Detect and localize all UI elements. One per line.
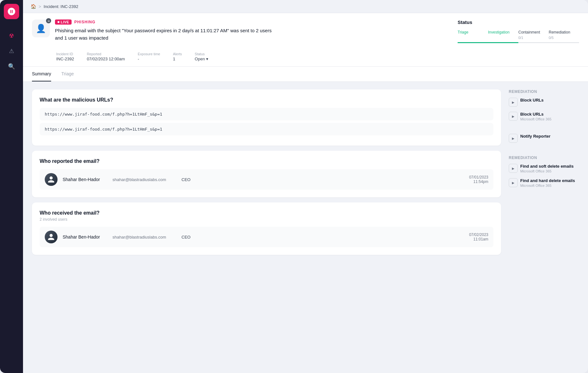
hard-delete-label: Find and hard delete emails bbox=[520, 178, 575, 183]
block-urls-item-1: ▶ Block URLs bbox=[509, 98, 579, 107]
incident-badges: LIVE PHISHING bbox=[55, 19, 451, 25]
meta-incident-id: Incident ID INC-2392 bbox=[56, 52, 74, 61]
soft-delete-sub: Microsoft Office 365 bbox=[520, 169, 574, 173]
receiver-avatar bbox=[45, 231, 58, 243]
exposure-label: Exposure time bbox=[138, 52, 160, 56]
home-icon[interactable]: 🏠 bbox=[31, 4, 36, 9]
block-urls-text-1: Block URLs bbox=[520, 98, 544, 103]
reporter-email: shahar@blastradiuslabs.com bbox=[112, 177, 176, 182]
incident-info: LIVE PHISHING Phishing email with the su… bbox=[55, 19, 451, 42]
urls-remediation-title: Remediation bbox=[509, 89, 579, 94]
url-item-1: https://www.jiraf-food.com/f.php?h=1LtHm… bbox=[40, 108, 493, 120]
receivers-remediation-title: Remediation bbox=[509, 156, 579, 160]
meta-reported: Reported 07/02/2023 12:00am bbox=[87, 52, 125, 61]
receivers-card: Who received the email? 2 involved users… bbox=[32, 202, 501, 255]
reporter-remediation: ▶ Notify Reporter bbox=[509, 134, 579, 148]
notify-reporter-play[interactable]: ▶ bbox=[509, 134, 518, 143]
containment-step-count: 0/1 bbox=[518, 36, 523, 40]
main-content: 🏠 > Incident: INC-2392 👤 ☠ LIVE PHISHING… bbox=[23, 0, 588, 373]
status-step-containment: Containment 0/1 bbox=[518, 30, 549, 43]
content-area: What are the malicious URLs? https://www… bbox=[23, 82, 588, 373]
notify-reporter-label: Notify Reporter bbox=[520, 134, 551, 139]
topnav: 🏠 > Incident: INC-2392 bbox=[23, 0, 588, 13]
meta-exposure: Exposure time - bbox=[138, 52, 160, 61]
receiver-name: Shahar Ben-Hador bbox=[63, 234, 107, 240]
urls-card-title: What are the malicious URLs? bbox=[40, 97, 493, 103]
status-step-investigation: Investigation bbox=[488, 30, 518, 43]
reported-label: Reported bbox=[87, 52, 125, 56]
investigation-step-name: Investigation bbox=[488, 30, 509, 34]
block-urls-sub-2: Microsoft Office 365 bbox=[520, 117, 552, 121]
hard-delete-item: ▶ Find and hard delete emails Microsoft … bbox=[509, 178, 579, 187]
receiver-avatar-img bbox=[45, 231, 58, 243]
hard-delete-sub: Microsoft Office 365 bbox=[520, 184, 575, 187]
reporter-avatar-img bbox=[45, 173, 58, 186]
meta-status: Status Open ▾ bbox=[195, 52, 208, 61]
status-step-remediation: Remediation 0/5 bbox=[549, 30, 579, 43]
block-urls-play-2[interactable]: ▶ bbox=[509, 112, 518, 121]
urls-remediation: Remediation ▶ Block URLs ▶ Block URLs Mi… bbox=[509, 89, 579, 126]
status-tracker: Status Triage Investigation Containment … bbox=[458, 19, 579, 43]
receiver-user-row: Shahar Ben-Hador shahar@blastradiuslabs.… bbox=[40, 227, 493, 247]
reporter-card: Who reported the email? Shahar Ben-Hador… bbox=[32, 151, 501, 197]
receiver-role: CEO bbox=[182, 235, 201, 240]
live-badge: LIVE bbox=[55, 19, 72, 25]
sidebar: ☢ ⚠ 🔍 bbox=[0, 0, 23, 373]
soft-delete-item: ▶ Find and soft delete emails Microsoft … bbox=[509, 164, 579, 173]
status-dropdown[interactable]: Open ▾ bbox=[195, 57, 208, 61]
status-steps: Triage Investigation Containment 0/1 Rem… bbox=[458, 30, 579, 43]
meta-alerts: Alerts 1 bbox=[173, 52, 182, 61]
triage-step-name: Triage bbox=[458, 30, 468, 34]
type-badge: PHISHING bbox=[74, 20, 95, 24]
remediation-step-count: 0/5 bbox=[549, 36, 553, 40]
search-icon: 🔍 bbox=[8, 63, 15, 70]
receiver-time: 07/02/202311:01am bbox=[469, 232, 488, 241]
soft-delete-play[interactable]: ▶ bbox=[509, 164, 518, 173]
containment-step-name: Containment bbox=[518, 30, 540, 34]
status-step-triage: Triage bbox=[458, 30, 488, 43]
incident-title: Phishing email with the subject "Your pa… bbox=[55, 27, 279, 42]
alerts-label: Alerts bbox=[173, 52, 182, 56]
sidebar-item-alerts[interactable]: ⚠ bbox=[5, 45, 18, 57]
content-main: What are the malicious URLs? https://www… bbox=[32, 89, 501, 365]
incident-meta: Incident ID INC-2392 Reported 07/02/2023… bbox=[56, 48, 579, 66]
url-item-2: https://www.jiraf-food.com/f.php?h=1LtHm… bbox=[40, 123, 493, 135]
person-icon: 👤 bbox=[36, 24, 46, 34]
exposure-value: - bbox=[138, 57, 160, 61]
breadcrumb-separator: > bbox=[39, 4, 41, 9]
tabs: Summary Triage bbox=[23, 67, 588, 82]
warning-icon: ⚠ bbox=[9, 48, 14, 55]
notify-reporter-item: ▶ Notify Reporter bbox=[509, 134, 579, 143]
radiation-icon: ☢ bbox=[9, 32, 14, 39]
status-value: Open bbox=[195, 57, 205, 61]
receiver-email: shahar@blastradiuslabs.com bbox=[112, 235, 176, 240]
reporter-time: 07/01/202311:54pm bbox=[469, 175, 488, 184]
reporter-role: CEO bbox=[182, 177, 201, 182]
tab-summary[interactable]: Summary bbox=[32, 67, 51, 81]
incident-header: 👤 ☠ LIVE PHISHING Phishing email with th… bbox=[23, 13, 588, 67]
block-urls-play-1[interactable]: ▶ bbox=[509, 98, 518, 107]
reported-value: 07/02/2023 12:00am bbox=[87, 57, 125, 61]
status-label: Status bbox=[195, 52, 208, 56]
soft-delete-label: Find and soft delete emails bbox=[520, 164, 574, 169]
reporter-card-title: Who reported the email? bbox=[40, 158, 493, 164]
remediation-step-name: Remediation bbox=[549, 30, 570, 34]
block-urls-item-2: ▶ Block URLs Microsoft Office 365 bbox=[509, 112, 579, 121]
soft-delete-text: Find and soft delete emails Microsoft Of… bbox=[520, 164, 574, 173]
sidebar-item-search[interactable]: 🔍 bbox=[5, 60, 18, 73]
breadcrumb-current: Incident: INC-2392 bbox=[44, 4, 78, 9]
block-urls-text-2: Block URLs Microsoft Office 365 bbox=[520, 112, 552, 121]
skull-badge: ☠ bbox=[46, 18, 51, 23]
reporter-avatar bbox=[45, 173, 58, 186]
block-urls-label-2: Block URLs bbox=[520, 112, 552, 117]
tab-triage[interactable]: Triage bbox=[61, 67, 74, 81]
alerts-value: 1 bbox=[173, 57, 182, 61]
incident-icon: 👤 ☠ bbox=[32, 19, 50, 37]
hard-delete-play[interactable]: ▶ bbox=[509, 178, 518, 187]
receivers-remediation: Remediation ▶ Find and soft delete email… bbox=[509, 156, 579, 193]
logo-button[interactable] bbox=[4, 4, 19, 19]
incident-id-value: INC-2392 bbox=[56, 57, 74, 61]
status-tracker-title: Status bbox=[458, 19, 472, 25]
logo-icon bbox=[7, 7, 16, 16]
sidebar-item-incidents[interactable]: ☢ bbox=[5, 29, 18, 42]
